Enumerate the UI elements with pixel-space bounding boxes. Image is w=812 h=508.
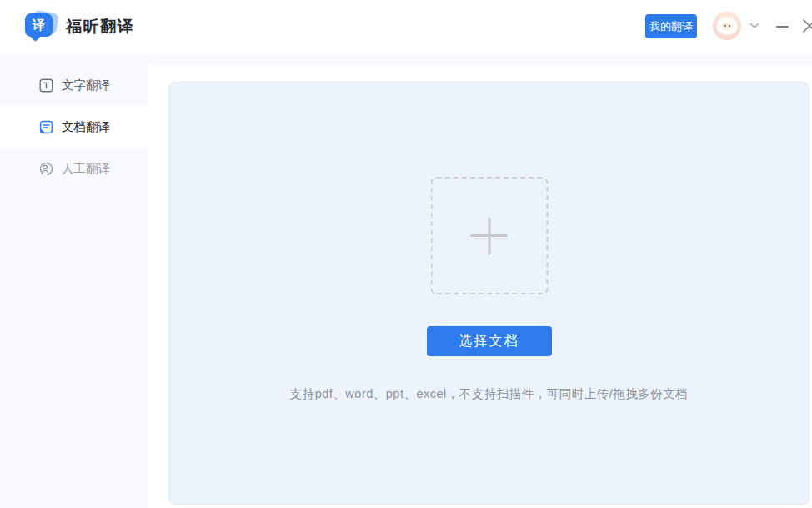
header: 译 福昕翻译 我的翻译 [0,0,812,55]
upload-dropzone[interactable] [430,177,548,294]
translate-logo-icon: 译 [25,11,58,43]
app-name: 福昕翻译 [66,16,134,38]
avatar-sheep-eye [729,25,730,27]
sidebar-item-label: 文档翻译 [62,119,110,135]
logo-bubble: 译 [25,13,53,37]
avatar-sheep-face [722,23,732,30]
document-translate-icon [39,120,53,134]
chevron-down-icon[interactable] [749,23,759,29]
text-translate-icon [39,78,53,93]
plus-icon [471,218,508,254]
sidebar: 文字翻译 文档翻译 人工翻译 [0,55,148,508]
sidebar-item-text-translate[interactable]: 文字翻译 [0,64,148,106]
sidebar-item-human-translate[interactable]: 人工翻译 [0,148,148,189]
sidebar-item-document-translate[interactable]: 文档翻译 [0,106,148,148]
my-translations-button[interactable]: 我的翻译 [645,14,697,38]
app-logo: 译 福昕翻译 [25,11,134,43]
avatar[interactable] [713,12,741,40]
human-translate-icon [39,162,53,176]
minimize-button[interactable] [774,18,791,33]
close-button[interactable] [801,18,812,34]
sidebar-item-label: 文字翻译 [62,78,110,93]
document-upload-panel: 选择文档 支持pdf、word、ppt、excel，不支持扫描件，可同时上传/拖… [168,82,809,505]
select-document-button[interactable]: 选择文档 [427,326,552,356]
avatar-sheep-eye [724,25,726,27]
logo-glyph: 译 [33,18,45,33]
upload-hint-text: 支持pdf、word、ppt、excel，不支持扫描件，可同时上传/拖拽多份文档 [169,386,809,402]
sidebar-item-label: 人工翻译 [62,161,110,177]
minimize-icon [776,26,789,28]
close-icon [804,20,812,32]
